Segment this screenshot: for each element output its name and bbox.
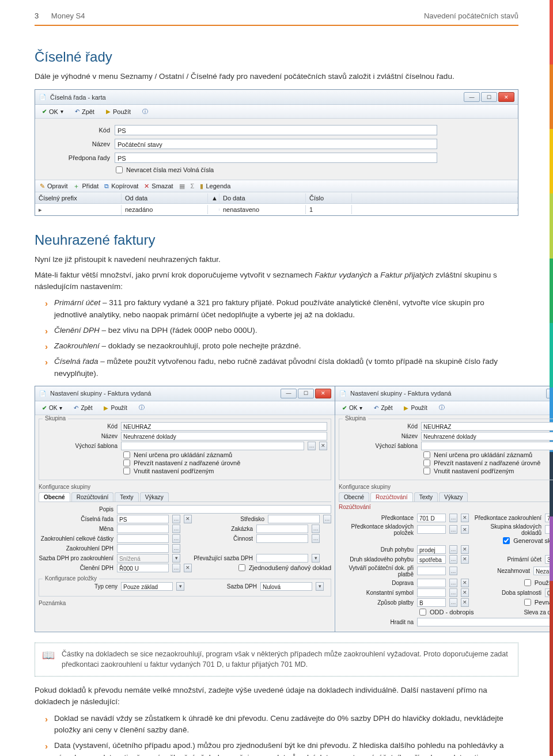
vychozi-input[interactable] [121,442,304,450]
picker-button[interactable]: … [308,442,316,450]
section2-p1: Nyní lze již přistoupit k navedení neuhr… [35,254,518,265]
hradit-input[interactable] [417,618,553,626]
header-rule [35,25,518,26]
druh-sklad-pohybu[interactable]: spotřeba [417,555,446,564]
nazev-input[interactable]: Neuhrazené doklady [421,432,553,440]
back-button[interactable]: ↶Zpět [71,108,98,116]
chk-pevna[interactable] [524,599,531,606]
predpona-input[interactable]: PS [115,153,437,163]
picker-button[interactable]: … [172,515,180,523]
help-button[interactable]: ⓘ [435,403,448,412]
list-item: Číselná řada – můžete použít vytvořenou … [45,356,518,380]
grid-row[interactable]: ▸ nezadáno nenastaveno 1 [35,204,518,215]
sort-indicator-icon[interactable]: ▲ [208,193,219,203]
smazat-button[interactable]: ✕Smazat [144,183,173,190]
tab-rozuctovani[interactable]: Rozúčtování [370,492,413,502]
doprava-input[interactable] [417,579,446,587]
ok-button[interactable]: ✔OK▾ [339,404,366,412]
zp-input[interactable]: B [417,598,446,607]
use-button[interactable]: ▶Použít [103,108,134,116]
zdph-input[interactable] [117,544,169,553]
section2-p2: Máte-li faktur větší množství, jako prvn… [35,269,518,293]
grid-header: Číselný prefix Od data ▲ Do data Číslo [35,192,518,204]
ok-button[interactable]: ✔OK▾ [39,108,67,116]
list-item: Doklad se navádí vždy se zůstatkem k úhr… [45,713,518,737]
vytvari-input[interactable] [417,567,446,575]
chk-vnutit[interactable] [123,468,130,474]
ks-input[interactable] [417,588,446,597]
typceny-select[interactable]: Pouze základ [121,582,173,591]
groupbox-konfig-polozky: Konfigurace položky [43,575,99,582]
clear-button[interactable]: ✕ [184,515,192,523]
chk-zjed[interactable] [238,564,245,571]
chk-pouzit-dobu[interactable] [524,579,531,586]
tab-vykazy[interactable]: Výkazy [140,492,169,502]
use-button[interactable]: ▶Použít [100,404,130,412]
section3-p1: Pokud dokladů k převodu nemáte velké mno… [35,685,518,708]
list-item: Členění DPH – bez vlivu na DPH (řádek 00… [45,325,518,337]
kod-input[interactable]: NEUHRAZ [421,422,553,431]
druh-pohybu[interactable]: prodej [417,545,446,554]
help-button[interactable]: ⓘ [135,403,148,412]
sazdph-select[interactable]: Nulová [260,582,312,591]
list-item: Primární účet – 311 pro faktury vydané a… [45,297,518,321]
nevracet-checkbox[interactable] [116,166,123,173]
chk-generovat[interactable] [503,537,510,544]
tab-texty[interactable]: Texty [414,492,438,502]
tab-texty[interactable]: Texty [115,492,138,502]
minimize-button[interactable]: — [281,389,297,398]
nazev-input[interactable]: Neuhrazené doklady [121,432,327,440]
tab-vykazy[interactable]: Výkazy [439,492,468,502]
vychozi-input[interactable] [421,442,553,450]
subtab-rozuctovani: Rozúčtování [335,502,553,512]
clear-button[interactable]: ✕ [319,442,327,450]
note-box: 📖 Částky na dokladech se sice nezaokrouh… [35,643,518,677]
minimize-button[interactable]: — [464,92,480,102]
pridat-button[interactable]: ＋Přidat [73,182,99,191]
stredisko-input[interactable] [268,515,320,523]
close-button[interactable]: ✕ [498,92,514,102]
mena-input[interactable] [117,525,169,533]
tab-rozuctovani[interactable]: Rozúčtování [71,492,114,502]
section1-intro: Dále je výhodné v menu Seznamy / Ostatní… [35,71,518,82]
chk-odd[interactable] [419,609,426,616]
chk-neurcena[interactable] [123,451,130,458]
section3-list: Doklad se navádí vždy se zůstatkem k úhr… [45,713,518,756]
tab-obecne[interactable]: Obecné [339,492,369,502]
app-icon: 📄 [39,389,47,397]
nazev-label: Název [41,140,110,147]
back-button[interactable]: ↶Zpět [370,404,396,412]
popis-input[interactable] [117,505,331,514]
tab-obecne[interactable]: Obecné [39,492,70,502]
predkontace-input[interactable]: 701 D [417,514,446,522]
nevracet-checkbox-row[interactable]: Nevracet čísla mezi Volná čísla [116,166,214,173]
close-button[interactable]: ✕ [315,389,331,398]
chk-prevzit[interactable] [123,459,130,466]
tabs-right: Obecné Rozúčtování Texty Výkazy [339,492,553,502]
kopirovat-button[interactable]: ⧉Kopírovat [104,183,138,190]
group-poznamka: Poznámka [39,600,331,606]
sum-button[interactable]: Σ [191,183,195,189]
help-button[interactable]: ⓘ [139,107,151,116]
decorative-edge-stripe [550,0,553,756]
psp-input[interactable] [417,525,446,534]
zcc-input[interactable] [117,534,169,543]
rada-input[interactable]: PS [117,515,169,523]
filter-button[interactable]: ▦ [179,183,185,190]
nazev-input[interactable]: Počáteční stavy [115,139,437,149]
prev-select[interactable] [256,554,308,563]
window-nastaveni-skupiny-right: 📄 Nastavení skupiny - Faktura vydaná — ☐… [335,386,553,632]
zakazka-input[interactable] [256,525,308,533]
sazba-select[interactable]: Snížená [117,554,169,563]
back-button[interactable]: ↶Zpět [70,404,96,412]
legenda-button[interactable]: ▮Legenda [200,183,230,190]
cinnost-input[interactable] [256,534,308,543]
kod-input[interactable]: PS [115,125,437,135]
use-button[interactable]: ▶Použít [400,404,430,412]
maximize-button[interactable]: ☐ [298,389,314,398]
maximize-button[interactable]: ☐ [481,92,497,102]
ok-button[interactable]: ✔OK▾ [39,404,66,412]
kod-input[interactable]: NEUHRAZ [121,422,327,431]
cleneni-input[interactable]: Ř000 U [117,564,169,572]
opravit-button[interactable]: ✎Opravit [40,183,67,190]
